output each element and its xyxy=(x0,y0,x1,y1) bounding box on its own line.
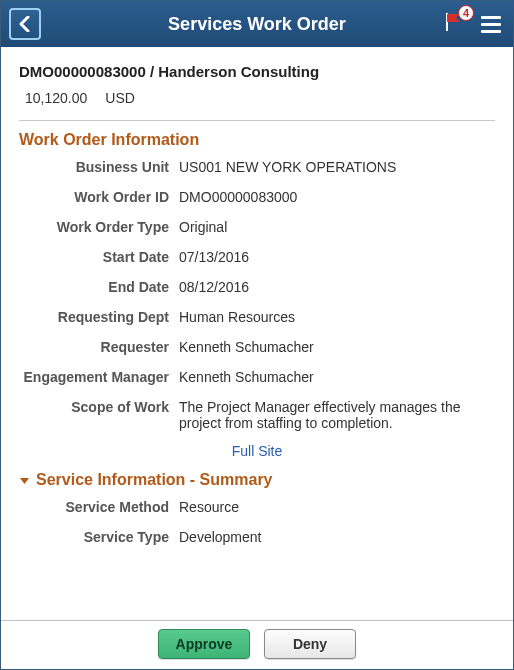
hamburger-line-icon xyxy=(481,30,501,33)
label-start-date: Start Date xyxy=(19,249,169,265)
collapse-triangle-icon xyxy=(19,475,30,486)
value-business-unit: US001 NEW YORK OPERATIONS xyxy=(179,159,495,175)
app-header: Services Work Order 4 xyxy=(1,1,513,47)
footer-actions: Approve Deny xyxy=(1,620,513,669)
label-requester: Requester xyxy=(19,339,169,355)
content-wrap: DMO00000083000 / Handerson Consulting 10… xyxy=(1,47,513,620)
document-title: DMO00000083000 / Handerson Consulting xyxy=(19,63,495,80)
label-end-date: End Date xyxy=(19,279,169,295)
label-service-method: Service Method xyxy=(19,499,169,515)
approve-button[interactable]: Approve xyxy=(158,629,250,659)
menu-button[interactable] xyxy=(477,12,505,37)
service-info-fields: Service Method Resource Service Type Dev… xyxy=(19,499,495,545)
label-requesting-dept: Requesting Dept xyxy=(19,309,169,325)
amount-row: 10,120.00 USD xyxy=(19,90,495,106)
content-scroll[interactable]: DMO00000083000 / Handerson Consulting 10… xyxy=(1,47,513,620)
amount-value: 10,120.00 xyxy=(25,90,87,106)
hamburger-line-icon xyxy=(481,16,501,19)
section-title-service-info-text: Service Information - Summary xyxy=(36,471,273,489)
app-frame: Services Work Order 4 DMO00000083000 / H… xyxy=(0,0,514,670)
divider xyxy=(19,120,495,121)
label-work-order-type: Work Order Type xyxy=(19,219,169,235)
page-title: Services Work Order xyxy=(1,14,513,35)
section-title-service-info[interactable]: Service Information - Summary xyxy=(19,471,495,489)
label-engagement-manager: Engagement Manager xyxy=(19,369,169,385)
full-site-link[interactable]: Full Site xyxy=(19,443,495,459)
back-button[interactable] xyxy=(9,8,41,40)
label-service-type: Service Type xyxy=(19,529,169,545)
amount-currency: USD xyxy=(105,90,135,106)
value-start-date: 07/13/2016 xyxy=(179,249,495,265)
label-work-order-id: Work Order ID xyxy=(19,189,169,205)
deny-button[interactable]: Deny xyxy=(264,629,356,659)
value-requesting-dept: Human Resources xyxy=(179,309,495,325)
value-engagement-manager: Kenneth Schumacher xyxy=(179,369,495,385)
back-chevron-icon xyxy=(18,16,32,32)
value-work-order-type: Original xyxy=(179,219,495,235)
section-title-work-order-info: Work Order Information xyxy=(19,131,495,149)
value-end-date: 08/12/2016 xyxy=(179,279,495,295)
hamburger-line-icon xyxy=(481,23,501,26)
notifications-button[interactable]: 4 xyxy=(443,11,465,37)
value-requester: Kenneth Schumacher xyxy=(179,339,495,355)
value-work-order-id: DMO00000083000 xyxy=(179,189,495,205)
notification-badge: 4 xyxy=(458,5,474,21)
label-scope-of-work: Scope of Work xyxy=(19,399,169,431)
value-service-method: Resource xyxy=(179,499,495,515)
value-scope-of-work: The Project Manager effectively manages … xyxy=(179,399,495,431)
header-right-controls: 4 xyxy=(443,11,505,37)
label-business-unit: Business Unit xyxy=(19,159,169,175)
value-service-type: Development xyxy=(179,529,495,545)
work-order-fields: Business Unit US001 NEW YORK OPERATIONS … xyxy=(19,159,495,431)
